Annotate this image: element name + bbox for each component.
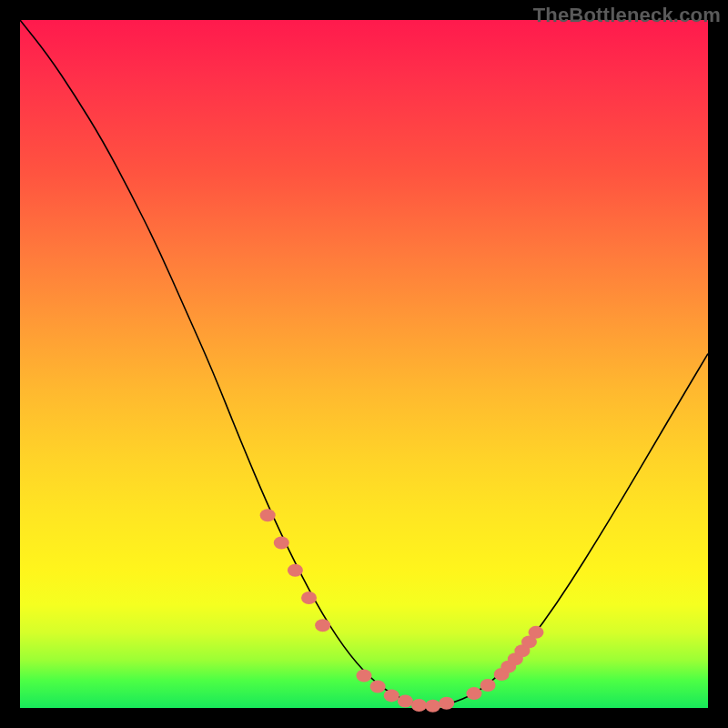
curve-marker (425, 700, 440, 713)
watermark-label: TheBottleneck.com (533, 4, 721, 27)
curve-marker (370, 681, 386, 693)
curve-marker (301, 592, 317, 604)
bottleneck-curve (20, 20, 708, 705)
chart-svg (20, 20, 708, 708)
curve-marker (398, 694, 413, 707)
curve-marker (480, 679, 496, 692)
curve-marker (288, 564, 303, 577)
curve-marker (411, 699, 427, 712)
chart-stage: TheBottleneck.com (0, 0, 728, 728)
marker-group (260, 509, 544, 712)
curve-marker (357, 669, 372, 682)
curve-marker (274, 537, 289, 550)
curve-marker (439, 697, 454, 710)
curve-marker (260, 509, 276, 521)
curve-marker (529, 626, 544, 639)
curve-marker (315, 619, 330, 632)
curve-marker (384, 689, 399, 702)
curve-marker (466, 687, 481, 700)
plot-area (20, 20, 708, 708)
